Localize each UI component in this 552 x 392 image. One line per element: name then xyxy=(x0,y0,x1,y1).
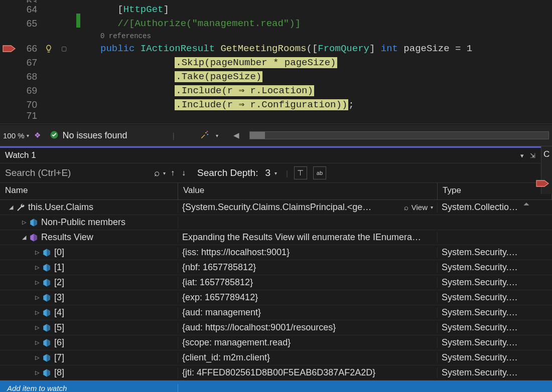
search-icon[interactable]: ⌕ xyxy=(154,167,160,178)
vertical-scroll-up-icon[interactable] xyxy=(523,201,531,211)
watch-type: System.Security.… xyxy=(438,262,552,273)
watch-type: System.Security.… xyxy=(438,337,552,348)
column-value[interactable]: Value xyxy=(178,183,438,200)
watch-row-root[interactable]: ◢ this.User.Claims {System.Security.Clai… xyxy=(0,200,552,215)
expand-icon[interactable]: ▷ xyxy=(33,279,41,286)
watch-value: {client_id: m2m.client} xyxy=(182,352,270,363)
collapse-icon[interactable]: ◢ xyxy=(7,204,15,211)
code-line[interactable]: .Include(r ⇒ r.Location) xyxy=(100,84,552,98)
code-line[interactable]: //[Authorize("management.read")] xyxy=(100,17,552,31)
watch-row-item[interactable]: ▷[6]{scope: management.read}System.Secur… xyxy=(0,335,552,350)
watch-row-results[interactable]: ◢ Results View Expanding the Results Vie… xyxy=(0,230,552,245)
watch-row-item[interactable]: ▷[4]{aud: management}System.Security.… xyxy=(0,305,552,320)
add-watch-row[interactable]: Add item to watch xyxy=(0,380,552,392)
watch-name: [1] xyxy=(54,262,64,273)
cube-icon xyxy=(41,337,52,348)
codelens-references[interactable]: 0 references xyxy=(100,29,552,43)
code-line[interactable]: .Include(r ⇒ r.Configuration)); xyxy=(100,98,552,112)
toolbar-toggle-b[interactable]: ab xyxy=(313,166,326,179)
horizontal-scrollbar[interactable] xyxy=(249,131,549,139)
adjacent-panel-letter: C xyxy=(541,146,552,162)
watch-row-item[interactable]: ▷[5]{aud: https://localhost:9001/resourc… xyxy=(0,320,552,335)
search-down-icon[interactable]: ↓ xyxy=(182,168,186,177)
watch-value: {scope: management.read} xyxy=(182,337,291,348)
svg-point-3 xyxy=(207,134,208,135)
watch-row-item[interactable]: ▷[1]{nbf: 1657785812}System.Security.… xyxy=(0,260,552,275)
watch-row-item[interactable]: ▷[8]{jti: 4FFED802561D8B00F5EAB6D387AF2A… xyxy=(0,365,552,380)
cleanup-icon[interactable] xyxy=(200,130,210,141)
watch-value: {jti: 4FFED802561D8B00F5EAB6D387AF2A2D} xyxy=(182,367,375,378)
column-type[interactable]: Type xyxy=(438,183,552,200)
collapse-icon[interactable]: ◢ xyxy=(20,234,28,241)
search-up-icon[interactable]: ↑ xyxy=(171,168,175,177)
svg-point-4 xyxy=(206,131,207,132)
view-link[interactable]: View xyxy=(411,203,428,212)
expand-icon[interactable]: ▷ xyxy=(33,264,41,271)
search-depth-value[interactable]: 3 xyxy=(265,167,270,178)
expand-icon[interactable]: ▷ xyxy=(20,219,28,226)
watch-value: {System.Security.Claims.ClaimsPrincipal.… xyxy=(182,202,371,213)
watch-value: {aud: https://localhost:9001/resources} xyxy=(182,322,336,333)
watch-name: [7] xyxy=(54,352,64,363)
column-name[interactable]: Name xyxy=(0,183,178,200)
watch-name: [0] xyxy=(54,247,64,258)
cube-icon xyxy=(41,307,52,318)
health-indicator-icon[interactable]: ❖ xyxy=(34,131,41,140)
expand-icon[interactable]: ▷ xyxy=(33,249,41,256)
watch-toolbar: ⌕▾ ↑ ↓ Search Depth: 3 ▾ | ⊤ ab xyxy=(0,163,552,183)
code-line[interactable]: .Take(pageSize) xyxy=(100,70,552,84)
cube-icon xyxy=(28,232,39,243)
issues-text: No issues found xyxy=(63,130,127,141)
watch-row-item[interactable]: ▷[0]{iss: https://localhost:9001}System.… xyxy=(0,245,552,260)
breakpoint-icon xyxy=(535,179,549,189)
watch-type: System.Security.… xyxy=(438,277,552,288)
line-number: 68 xyxy=(18,70,40,84)
magnifier-icon[interactable]: ⌕ xyxy=(404,203,408,212)
watch-name: [5] xyxy=(54,322,64,333)
watch-row-item[interactable]: ▷[7]{client_id: m2m.client}System.Securi… xyxy=(0,350,552,365)
expand-icon[interactable]: ▷ xyxy=(33,339,41,346)
watch-grid-body: ◢ this.User.Claims {System.Security.Clai… xyxy=(0,200,552,392)
watch-value: Expanding the Results View will enumerat… xyxy=(182,232,421,243)
watch-row-item[interactable]: ▷[2]{iat: 1657785812}System.Security.… xyxy=(0,275,552,290)
svg-marker-0 xyxy=(3,46,15,52)
watch-name: [3] xyxy=(54,292,64,303)
code-line[interactable]: public IActionResult GetMeetingRooms([Fr… xyxy=(100,42,552,56)
watch-value: {aud: management} xyxy=(182,307,261,318)
scroll-left-icon[interactable]: ◀ xyxy=(233,131,239,140)
wrench-icon xyxy=(15,202,26,213)
editor-status-bar: 100 % ▾ ❖ No issues found | ▾ ◀ xyxy=(0,124,552,146)
expand-icon[interactable]: ▷ xyxy=(33,354,41,361)
line-number: 69 xyxy=(18,84,40,98)
watch-name: [8] xyxy=(54,367,64,378)
breakpoint-icon[interactable] xyxy=(0,45,18,53)
watch-value: {nbf: 1657785812} xyxy=(182,262,256,273)
lightbulb-icon[interactable] xyxy=(40,44,57,53)
watch-name: [6] xyxy=(54,337,64,348)
code-editor[interactable]: 63 64 [[HttpGet]HttpGet] 65 //[Authorize… xyxy=(0,0,552,124)
cube-icon xyxy=(41,277,52,288)
code-line[interactable]: [[HttpGet]HttpGet] xyxy=(100,3,552,17)
line-number: 65 xyxy=(18,17,40,31)
search-input[interactable] xyxy=(0,165,151,180)
watch-type: System.Collectio… xyxy=(438,202,552,213)
watch-row-item[interactable]: ▷[3]{exp: 1657789412}System.Security.… xyxy=(0,290,552,305)
fold-toggle[interactable]: ▢ xyxy=(57,42,70,56)
panel-title: Watch 1 xyxy=(5,150,36,160)
cube-icon xyxy=(41,367,52,378)
zoom-level[interactable]: 100 % ▾ xyxy=(3,131,29,140)
watch-name: Results View xyxy=(41,232,93,243)
expand-icon[interactable]: ▷ xyxy=(33,369,41,376)
cube-icon xyxy=(41,292,52,303)
window-position-icon[interactable]: ▾ xyxy=(520,152,524,159)
pin-icon[interactable]: ⇲ xyxy=(530,152,535,159)
watch-row-nonpublic[interactable]: ▷ Non-Public members xyxy=(0,215,552,230)
expand-icon[interactable]: ▷ xyxy=(33,324,41,331)
cube-icon xyxy=(41,262,52,273)
line-number: 71 xyxy=(18,109,40,123)
toolbar-toggle-a[interactable]: ⊤ xyxy=(294,166,307,179)
expand-icon[interactable]: ▷ xyxy=(33,294,41,301)
expand-icon[interactable]: ▷ xyxy=(33,309,41,316)
check-icon xyxy=(50,130,59,141)
code-line[interactable]: .Skip(pageNumber * pageSize) xyxy=(100,56,552,70)
